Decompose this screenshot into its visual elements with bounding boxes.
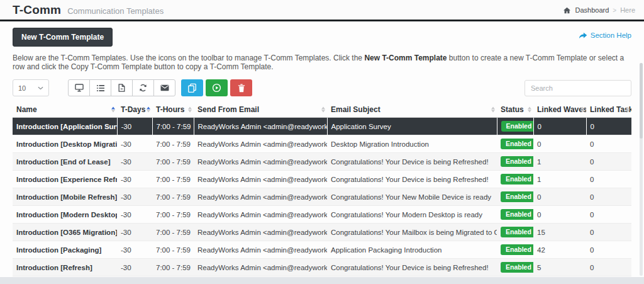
circle-play-icon xyxy=(212,83,221,93)
column-header-t-hours[interactable]: T-Hours xyxy=(152,102,194,118)
breadcrumb-current: Here xyxy=(620,6,635,14)
cell-t-hours: 7:00 - 7:59 xyxy=(152,206,194,224)
view-button-group xyxy=(68,79,175,96)
section-help-link[interactable]: Section Help xyxy=(579,31,631,39)
vertical-scrollbar[interactable] xyxy=(640,63,643,276)
cell-status: Enabled xyxy=(497,118,533,135)
cell-send-from: ReadyWorks Admin <admin@readyworks.com> xyxy=(194,171,327,188)
cell-name: Introduction [Mobile Refresh] xyxy=(13,188,117,206)
table-row[interactable]: Introduction [Experience Refresh]-307:00… xyxy=(13,171,631,188)
page-size-value: 10 xyxy=(18,84,26,92)
cell-t-hours: 7:00 - 7:59 xyxy=(152,171,194,188)
column-header-send-from-email[interactable]: Send From Email xyxy=(194,102,327,118)
column-header-t-days[interactable]: T-Days xyxy=(117,102,152,118)
cell-linked-waves: 0 xyxy=(533,276,586,278)
export-file-button[interactable] xyxy=(111,79,133,96)
column-label: T-Days xyxy=(121,105,145,114)
column-header-status[interactable]: Status xyxy=(497,102,533,118)
column-header-email-subject[interactable]: Email Subject xyxy=(327,102,497,118)
chevron-down-icon xyxy=(38,86,43,90)
cell-name: Introduction [Application Survey] xyxy=(13,118,117,135)
refresh-button[interactable] xyxy=(132,79,154,96)
table-header-row: NameT-DaysT-HoursSend From EmailEmail Su… xyxy=(13,102,631,118)
cell-t-hours: 7:00 - 7:59 xyxy=(152,259,194,276)
display-icon xyxy=(75,84,84,92)
table-row[interactable]: Introduction [Servicing]-307:00 - 7:59Re… xyxy=(13,276,631,278)
breadcrumb-dashboard[interactable]: Dashboard xyxy=(575,6,609,14)
section-help-label: Section Help xyxy=(591,31,631,39)
display-view-button[interactable] xyxy=(68,79,90,96)
cell-linked-waves: 15 xyxy=(533,224,586,241)
column-header-linked-tasks[interactable]: Linked Tasks xyxy=(586,102,631,118)
title-wrap: T-Comm Communication Templates xyxy=(13,3,164,17)
cell-name: Introduction [Modern Desktop] xyxy=(13,206,117,224)
cell-send-from: ReadyWorks Admin <admin@readyworks.com> xyxy=(194,259,327,276)
cell-send-from: ReadyWorks Admin <admin@readyworks.com> xyxy=(194,276,327,278)
copy-template-button[interactable] xyxy=(181,79,203,96)
table-row[interactable]: Introduction [Desktop Migration]-307:00 … xyxy=(13,135,631,153)
cell-linked-waves: 1 xyxy=(533,171,586,188)
delete-template-button[interactable] xyxy=(230,79,252,96)
cell-name: Introduction [Servicing] xyxy=(13,276,117,278)
cell-t-hours: 7:00 - 7:59 xyxy=(152,135,194,153)
column-label: T-Hours xyxy=(156,105,184,114)
cell-linked-tasks: 0 xyxy=(586,135,631,153)
status-badge: Enabled xyxy=(501,156,533,167)
status-badge: Enabled xyxy=(501,191,533,202)
list-view-button[interactable] xyxy=(89,79,111,96)
cell-linked-waves: 0 xyxy=(533,188,586,206)
scrollbar-thumb[interactable] xyxy=(640,63,643,139)
search-input[interactable] xyxy=(525,80,631,96)
column-label: Email Subject xyxy=(331,105,380,114)
list-icon xyxy=(96,84,105,92)
enable-template-button[interactable] xyxy=(206,79,228,96)
cell-subject: Congratulations! Your Device is being Re… xyxy=(327,259,497,276)
cell-subject: Congratulations! Your Mailbox is being M… xyxy=(327,224,497,241)
cell-linked-waves: 0 xyxy=(533,118,586,135)
column-header-linked-waves[interactable]: Linked Waves xyxy=(533,102,586,118)
cell-t-hours: 7:00 - 7:59 xyxy=(152,241,194,259)
table-row[interactable]: Introduction [Modern Desktop]-307:00 - 7… xyxy=(13,206,631,224)
table-row[interactable]: Introduction [O365 Migration]-307:00 - 7… xyxy=(13,224,631,241)
cell-linked-tasks: 0 xyxy=(586,118,631,135)
cell-linked-tasks: 0 xyxy=(586,259,631,276)
sort-icon xyxy=(626,107,630,113)
table-row[interactable]: Introduction [End of Lease]-307:00 - 7:5… xyxy=(13,153,631,171)
cell-status: Enabled xyxy=(497,188,533,206)
sort-icon xyxy=(580,107,584,113)
status-badge: Enabled xyxy=(501,262,533,273)
table-row[interactable]: Introduction [Refresh]-307:00 - 7:59Read… xyxy=(13,259,631,276)
page: T-Comm Communication Templates Dashboard… xyxy=(0,0,644,284)
table-row[interactable]: Introduction [Mobile Refresh]-307:00 - 7… xyxy=(13,188,631,206)
cell-linked-tasks: 0 xyxy=(586,276,631,278)
sort-icon xyxy=(188,107,192,113)
content: New T-Comm Template Section Help Below a… xyxy=(0,21,644,277)
page-size-select[interactable]: 10 xyxy=(13,79,49,96)
cell-status: Enabled xyxy=(497,259,533,276)
refresh-icon xyxy=(139,84,147,92)
cell-t-days: -30 xyxy=(117,135,152,153)
new-tcomm-template-button[interactable]: New T-Comm Template xyxy=(13,28,113,47)
main-panel: T-Comm Communication Templates Dashboard… xyxy=(0,0,644,277)
cell-send-from: ReadyWorks Admin <admin@readyworks.com> xyxy=(194,206,327,224)
cell-subject: Desktop Migration Introduction xyxy=(327,135,497,153)
cell-linked-tasks: 0 xyxy=(586,241,631,259)
home-icon xyxy=(563,7,571,14)
description-text: Below are the T-Comm Templates. Use the … xyxy=(13,54,631,71)
cell-t-hours: 7:00 - 7:59 xyxy=(152,118,194,135)
trash-icon xyxy=(238,84,245,93)
cell-t-days: -30 xyxy=(117,276,152,278)
column-header-name[interactable]: Name xyxy=(13,102,117,118)
cell-send-from: ReadyWorks Admin <admin@readyworks.com> xyxy=(194,188,327,206)
table-row[interactable]: Introduction [Application Survey]-307:00… xyxy=(13,118,631,135)
sort-icon xyxy=(528,107,531,113)
cell-t-hours: 7:00 - 7:59 xyxy=(152,188,194,206)
email-button[interactable] xyxy=(153,79,175,96)
cell-linked-waves: 1 xyxy=(533,153,586,171)
table-row[interactable]: Introduction [Packaging]-307:00 - 7:59Re… xyxy=(13,241,631,259)
sort-icon xyxy=(111,107,115,113)
status-badge: Enabled xyxy=(501,244,533,255)
cell-send-from: ReadyWorks Admin <admin@readyworks.com> xyxy=(194,118,327,135)
cell-subject: Congratulations! Your Device is being Re… xyxy=(327,171,497,188)
tcomm-templates-table: NameT-DaysT-HoursSend From EmailEmail Su… xyxy=(13,102,631,277)
